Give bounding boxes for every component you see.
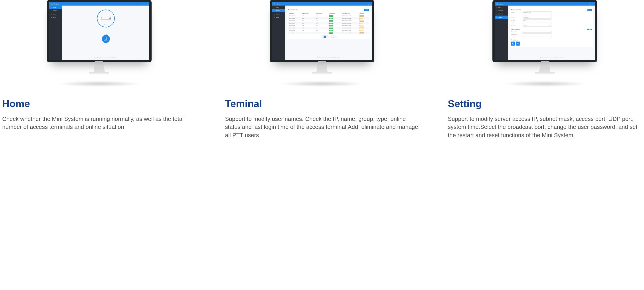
terminal-count: 526 / 576 (104, 40, 108, 41)
app-topbar: Mini System mini [ Logout ] (49, 2, 149, 6)
sidebar-item-terminal[interactable]: ▯Terminal (49, 9, 62, 12)
gear-icon: ⚙ (273, 17, 275, 18)
user-area[interactable]: mini [ Logout ] (588, 3, 593, 5)
udp-field[interactable]: 6000 (522, 22, 552, 24)
broadport-select[interactable]: spgo1 (522, 25, 552, 27)
udp-label: UDP port (511, 23, 521, 24)
old-pw-label: Old password (511, 31, 521, 32)
sidebar-item-channel[interactable]: ◎Channel (495, 12, 508, 16)
status-badge: online (329, 18, 333, 19)
sidebar-item-home[interactable]: ⌂Home (49, 6, 62, 9)
monitor-mockup: Mini System mini [ Logout ] ⌂Home ▯Termi… (492, 0, 597, 62)
monitor-mockup: Mini System mini [ Logout ] ⌂Home ▯Termi… (270, 0, 374, 62)
home-icon: ⌂ (496, 7, 498, 8)
modify-button[interactable]: Modify (360, 30, 364, 31)
cell-op: Modify (358, 32, 369, 34)
terminal-icon: ▯ (273, 10, 275, 11)
table-header: Terminal Type (315, 12, 328, 15)
cell-status: online (328, 15, 341, 17)
cell-op: Modify (358, 27, 369, 29)
table-row: 201807191a6t164PoConline2018-08-07 02:24… (288, 20, 369, 22)
user-area[interactable]: mini [ Logout ] (365, 3, 370, 5)
modify-button[interactable]: Modify (360, 18, 364, 19)
sidebar-item-setting[interactable]: ⚙Setting (495, 16, 508, 19)
tcp-label: TCP port (511, 20, 521, 21)
modify-button[interactable]: Modify (360, 28, 364, 29)
modify-button[interactable]: Modify (360, 23, 364, 24)
sidebar-item-terminal[interactable]: ▯Terminal (272, 9, 285, 12)
save-button[interactable]: Save (588, 9, 592, 11)
connector-line (106, 28, 106, 35)
pager-page[interactable]: 2 (326, 36, 328, 38)
reset-button[interactable]: ↺ (516, 42, 520, 46)
cell-time: 2018-08-07 02:24:21 (341, 29, 359, 32)
feature-setting: Mini System mini [ Logout ] ⌂Home ▯Termi… (448, 0, 642, 139)
sidebar-item-setting[interactable]: ⚙Setting (272, 16, 285, 19)
cell-type: PoC (315, 25, 328, 27)
cell-time: 2018-08-07 02:24:21 (341, 15, 359, 17)
cell-status: online (328, 17, 341, 20)
cell-id: 20180719103 (288, 17, 301, 20)
pager-page[interactable]: 4 (332, 36, 334, 38)
cell-time: 2018-08-07 02:24:21 (341, 20, 359, 22)
table-row: 2018071910Et169PoConline2018-08-07 02:24… (288, 29, 369, 32)
cell-name: t164 (301, 20, 315, 22)
status-badge: online (329, 15, 333, 17)
netmask-label: Netmask (511, 17, 521, 18)
pager-prev[interactable]: < (321, 36, 323, 38)
modify-button[interactable]: Modify (360, 15, 364, 17)
tcp-field[interactable]: 6000 (522, 19, 552, 21)
status-badge: online (329, 33, 333, 34)
feature-desc: Check whether the Mini System is running… (2, 115, 196, 131)
pager-page[interactable]: 3 (329, 36, 331, 38)
app-title: Mini System (496, 3, 504, 5)
ip-label: IP info (511, 15, 521, 16)
modify-button[interactable]: Modify (360, 33, 364, 34)
modify-button[interactable]: Modify (360, 20, 364, 22)
ip-field[interactable]: 192.168.1.2 (522, 14, 552, 16)
table-row: 2018071910At165PoConline2018-08-07 02:24… (288, 15, 369, 17)
setting-panel: Server information Save Datetime2018-8-7… (510, 7, 593, 47)
home-icon: ⌂ (50, 7, 52, 8)
table-row: 2018071910Ft167PoConline2018-08-07 02:24… (288, 32, 369, 34)
server-status-label: Normal (104, 24, 108, 25)
feature-title: Home (2, 98, 196, 109)
terminal-node: 526 / 576 (102, 35, 110, 43)
cell-type: PoC (315, 22, 328, 25)
confirm-pw-field[interactable] (522, 36, 552, 38)
user-area[interactable]: mini [ Logout ] (142, 3, 148, 5)
sidebar-item-setting[interactable]: ⚙Setting (49, 16, 62, 19)
table-header: Terminal name (301, 12, 315, 15)
save-button[interactable]: Save (588, 29, 592, 30)
feature-home: Mini System mini [ Logout ] ⌂Home ▯Termi… (2, 0, 196, 139)
app-footer: Fujian Kirisun Communications Co.,Ltd. M… (64, 56, 148, 58)
search-button[interactable]: Search (364, 9, 369, 11)
sidebar-item-home[interactable]: ⌂Home (495, 6, 508, 9)
pager-page[interactable]: 1 (324, 36, 326, 38)
pager: < 1 2 3 4 > (288, 36, 369, 38)
power-button[interactable]: ⏻ (511, 42, 515, 46)
sidebar-item-channel[interactable]: ◎Channel (272, 12, 285, 16)
netmask-field[interactable]: 255.255.255.0 (522, 17, 552, 19)
cell-type: PoC (315, 27, 328, 29)
sidebar-item-home[interactable]: ⌂Home (272, 6, 285, 9)
new-pw-field[interactable] (522, 33, 552, 35)
modify-button[interactable]: Modify (360, 25, 364, 27)
terminal-icon: ▯ (496, 10, 498, 11)
old-pw-field[interactable] (522, 31, 552, 33)
cell-id: 201807191a6 (288, 20, 301, 22)
pager-next[interactable]: > (334, 36, 336, 38)
datetime-label: Datetime (511, 12, 521, 13)
search-input[interactable] (350, 9, 363, 11)
new-pw-label: New password (511, 34, 521, 35)
table-row: 20180719103t165PoConline2018-08-07 02:24… (288, 17, 369, 20)
datetime-field[interactable]: 2018-8-7 19:29:25 (522, 11, 552, 13)
channel-icon: ◎ (496, 13, 498, 15)
sidebar-item-channel[interactable]: ◎Channel (49, 12, 62, 16)
cell-type: PoC (315, 32, 328, 34)
sidebar-item-terminal[interactable]: ▯Terminal (495, 9, 508, 12)
cell-time: 2018-08-07 02:24:21 (341, 27, 359, 29)
cell-id: 2018071910F (288, 32, 301, 34)
cell-id: 201807191bP (288, 22, 301, 25)
cell-status: online (328, 27, 341, 29)
